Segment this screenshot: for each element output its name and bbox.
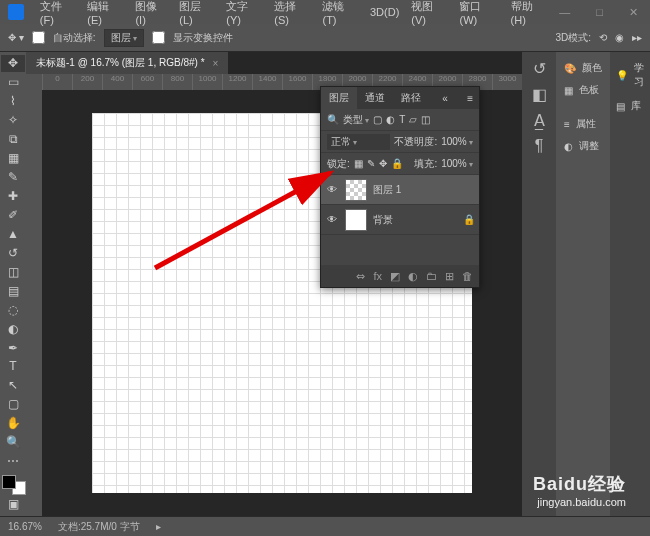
filter-shape-icon[interactable]: ▱ <box>409 114 417 125</box>
filter-type-icon[interactable]: T <box>399 114 405 125</box>
3d-mode-icon-2[interactable]: ◉ <box>615 32 624 43</box>
menu-file[interactable]: 文件(F) <box>36 0 80 28</box>
layer-row[interactable]: 👁 图层 1 <box>321 175 479 205</box>
edit-toolbar[interactable]: ⋯ <box>1 453 25 470</box>
doc-info[interactable]: 文档:25.7M/0 字节 <box>58 520 140 534</box>
channels-tab[interactable]: 通道 <box>357 87 393 109</box>
magic-wand-tool[interactable]: ✧ <box>1 112 25 129</box>
lasso-tool[interactable]: ⌇ <box>1 93 25 110</box>
lock-pos-icon[interactable]: ✥ <box>379 158 387 169</box>
3d-mode-icon[interactable]: ⟲ <box>599 32 607 43</box>
minimize-icon[interactable]: — <box>555 4 574 21</box>
kind-filter-icon[interactable]: 🔍 <box>327 114 339 125</box>
fill-value[interactable]: 100% <box>441 158 473 169</box>
learn-panel-tab[interactable]: 💡学习 <box>612 58 648 92</box>
foreground-color[interactable] <box>2 475 16 489</box>
menu-filter[interactable]: 滤镜(T) <box>318 0 362 28</box>
menu-select[interactable]: 选择(S) <box>270 0 314 28</box>
document-tab[interactable]: 未标题-1 @ 16.7% (图层 1, RGB/8#) * × <box>26 52 228 74</box>
layer-style-icon[interactable]: fx <box>373 270 382 282</box>
doc-info-caret[interactable]: ▸ <box>156 521 161 532</box>
lock-trans-icon[interactable]: ▦ <box>354 158 363 169</box>
show-transform-checkbox[interactable] <box>152 31 165 44</box>
quickmask-toggle[interactable]: ▣ <box>1 496 25 513</box>
pen-tool[interactable]: ✒ <box>1 339 25 356</box>
adjustments-panel-tab[interactable]: ◐调整 <box>560 136 606 156</box>
menu-type[interactable]: 文字(Y) <box>222 0 266 28</box>
maximize-icon[interactable]: □ <box>592 4 607 21</box>
new-layer-icon[interactable]: ⊞ <box>445 270 454 283</box>
layer-name[interactable]: 图层 1 <box>373 183 401 197</box>
group-icon[interactable]: 🗀 <box>426 270 437 282</box>
ruler-tick: 3000 <box>492 74 522 90</box>
hand-tool[interactable]: ✋ <box>1 415 25 432</box>
blend-mode-dropdown[interactable]: 正常 <box>327 134 390 150</box>
close-icon[interactable]: ✕ <box>625 4 642 21</box>
layer-visibility-icon[interactable]: 👁 <box>325 214 339 225</box>
gradient-tool[interactable]: ▤ <box>1 282 25 299</box>
brush-tool[interactable]: ✐ <box>1 207 25 224</box>
panel-collapse-icon[interactable]: « <box>436 87 454 109</box>
paragraph-panel-icon[interactable]: ¶ <box>527 136 551 156</box>
blur-tool[interactable]: ◌ <box>1 301 25 318</box>
layer-mask-icon[interactable]: ◩ <box>390 270 400 283</box>
zoom-level[interactable]: 16.67% <box>8 521 42 532</box>
link-layers-icon[interactable]: ⇔ <box>356 270 365 283</box>
color-panel-tab[interactable]: 🎨颜色 <box>560 58 606 78</box>
history-panel-icon[interactable]: ↺ <box>527 58 551 78</box>
auto-select-target[interactable]: 图层 <box>104 29 144 47</box>
path-tool[interactable]: ↖ <box>1 377 25 394</box>
paths-tab[interactable]: 路径 <box>393 87 429 109</box>
dodge-tool[interactable]: ◐ <box>1 320 25 337</box>
menu-edit[interactable]: 编辑(E) <box>83 0 127 28</box>
libraries-panel-tab[interactable]: ▤库 <box>612 96 648 116</box>
marquee-tool[interactable]: ▭ <box>1 74 25 91</box>
delete-layer-icon[interactable]: 🗑 <box>462 270 473 282</box>
frame-tool[interactable]: ▦ <box>1 150 25 167</box>
zoom-tool[interactable]: 🔍 <box>1 434 25 451</box>
layer-thumbnail[interactable] <box>345 179 367 201</box>
layer-name[interactable]: 背景 <box>373 213 393 227</box>
layers-tab[interactable]: 图层 <box>321 87 357 109</box>
menu-view[interactable]: 视图(V) <box>407 0 451 28</box>
tab-close-icon[interactable]: × <box>213 58 219 69</box>
layers-panel-footer: ⇔ fx ◩ ◐ 🗀 ⊞ 🗑 <box>321 265 479 287</box>
auto-select-checkbox[interactable] <box>32 31 45 44</box>
stamp-tool[interactable]: ▲ <box>1 225 25 242</box>
swatches-panel-tab[interactable]: ▦色板 <box>560 80 606 100</box>
panel-toggle-icon[interactable]: ▸▸ <box>632 32 642 43</box>
panel-menu-icon[interactable]: ≡ <box>461 87 479 109</box>
lock-all-icon[interactable]: 🔒 <box>391 158 403 169</box>
shape-tool[interactable]: ▢ <box>1 396 25 413</box>
type-tool[interactable]: T <box>1 358 25 375</box>
layers-panel[interactable]: 图层 通道 路径 « ≡ 🔍 类型 ▢ ◐ T ▱ ◫ 正常 不透明度: 100… <box>320 86 480 288</box>
healing-tool[interactable]: ✚ <box>1 188 25 205</box>
menu-3d[interactable]: 3D(D) <box>366 4 403 20</box>
color-swatches[interactable] <box>2 475 26 495</box>
filter-smart-icon[interactable]: ◫ <box>421 114 430 125</box>
watermark-brand: Baidu经验 <box>533 472 626 496</box>
tools-panel: ✥ ▭ ⌇ ✧ ⧉ ▦ ✎ ✚ ✐ ▲ ↺ ◫ ▤ ◌ ◐ ✒ T ↖ ▢ ✋ … <box>0 52 26 516</box>
opacity-value[interactable]: 100% <box>441 136 473 147</box>
adjustments-panel-icon[interactable]: ◧ <box>527 84 551 104</box>
layer-thumbnail[interactable] <box>345 209 367 231</box>
history-brush-tool[interactable]: ↺ <box>1 244 25 261</box>
move-tool[interactable]: ✥ <box>1 55 25 72</box>
crop-tool[interactable]: ⧉ <box>1 131 25 148</box>
properties-panel-tab[interactable]: ≡属性 <box>560 114 606 134</box>
lock-paint-icon[interactable]: ✎ <box>367 158 375 169</box>
layer-row[interactable]: 👁 背景 🔒 <box>321 205 479 235</box>
filter-adjust-icon[interactable]: ◐ <box>386 114 395 125</box>
menu-window[interactable]: 窗口(W) <box>455 0 502 28</box>
eraser-tool[interactable]: ◫ <box>1 263 25 280</box>
menu-layer[interactable]: 图层(L) <box>175 0 218 28</box>
layer-visibility-icon[interactable]: 👁 <box>325 184 339 195</box>
menu-help[interactable]: 帮助(H) <box>507 0 552 28</box>
kind-dropdown[interactable]: 类型 <box>343 113 369 127</box>
character-panel-icon[interactable]: A̲ <box>527 110 551 130</box>
menu-image[interactable]: 图像(I) <box>131 0 171 28</box>
ruler-tick: 400 <box>102 74 132 90</box>
filter-pixel-icon[interactable]: ▢ <box>373 114 382 125</box>
eyedropper-tool[interactable]: ✎ <box>1 169 25 186</box>
adjustment-layer-icon[interactable]: ◐ <box>408 270 418 283</box>
